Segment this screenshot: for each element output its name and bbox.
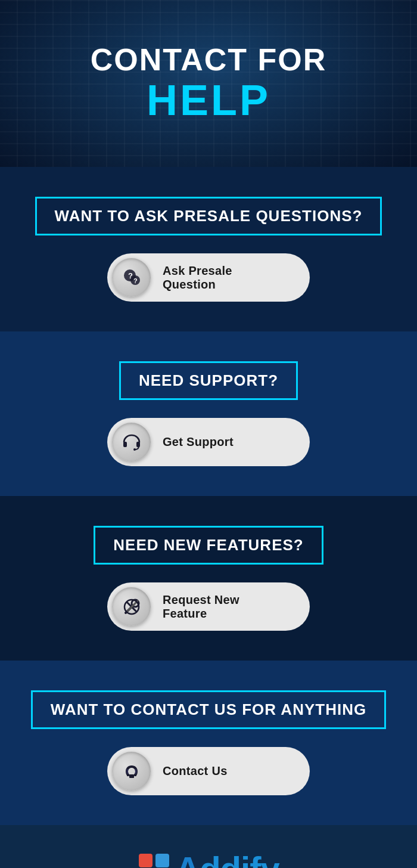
hero-title-line2: HELP [91,77,327,124]
support-section: NEED SUPPORT? Get Support [0,331,417,496]
addify-logo-text: Addify [175,849,279,868]
request-feature-button[interactable]: Request New Feature [107,582,310,631]
presale-button-label: Ask Presale Question [163,264,286,292]
svg-rect-12 [127,774,129,776]
presale-section: WANT TO ASK PRESALE QUESTIONS? ? ? Ask P… [0,167,417,331]
svg-rect-4 [123,442,127,447]
presale-title: WANT TO ASK PRESALE QUESTIONS? [55,207,363,225]
features-title-box: NEED NEW FEATURES? [94,526,323,565]
addify-logo: Addify [138,849,279,868]
contact-title: WANT TO CONTACT US FOR ANYTHING [51,700,366,718]
logo-section: Addify [0,825,417,868]
features-title: NEED NEW FEATURES? [113,536,303,554]
phone-icon [112,752,151,790]
get-support-button[interactable]: Get Support [107,418,310,466]
contact-button-label: Contact Us [163,764,228,778]
svg-text:?: ? [133,277,138,284]
presale-title-box: WANT TO ASK PRESALE QUESTIONS? [35,197,382,235]
svg-rect-11 [129,774,134,778]
svg-rect-13 [134,774,136,776]
hero-section: CONTACT FOR HELP [0,0,417,167]
features-section: NEED NEW FEATURES? Request New Feature [0,496,417,661]
svg-rect-14 [139,854,153,867]
addify-logo-icon [138,852,170,868]
ask-presale-button[interactable]: ? ? Ask Presale Question [107,253,310,302]
contact-us-button[interactable]: Contact Us [107,747,310,795]
contact-section: WANT TO CONTACT US FOR ANYTHING Contact … [0,661,417,825]
hero-title: CONTACT FOR HELP [91,43,327,124]
headset-icon [112,423,151,461]
svg-text:?: ? [128,271,133,280]
wrench-icon [112,587,151,626]
hero-title-line1: CONTACT FOR [91,43,327,77]
support-title-box: NEED SUPPORT? [119,361,298,400]
feature-button-label: Request New Feature [163,593,286,621]
contact-title-box: WANT TO CONTACT US FOR ANYTHING [31,690,386,729]
support-title: NEED SUPPORT? [139,371,278,389]
chat-question-icon: ? ? [112,258,151,297]
svg-rect-15 [155,854,169,867]
svg-point-6 [133,448,136,451]
support-button-label: Get Support [163,435,234,449]
